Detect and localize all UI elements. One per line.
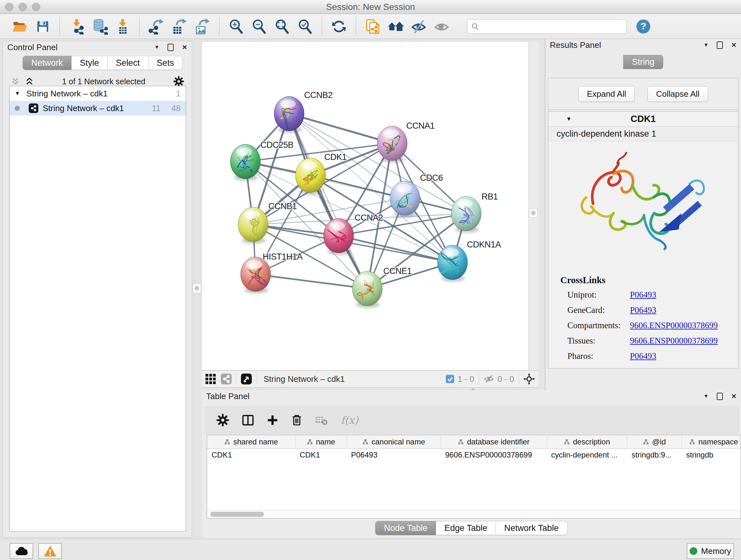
search-input[interactable]	[482, 22, 623, 31]
export-image-button[interactable]	[194, 18, 211, 35]
network-view-canvas[interactable]: CCNB2CCNA1CDC25BCDK1CDC6RB1CCNB1CCNA2CDK…	[202, 42, 529, 370]
tab-network[interactable]: Network	[23, 56, 71, 70]
float-panel-icon[interactable]: ▼	[703, 43, 709, 48]
close-panel-icon[interactable]: ✕	[182, 44, 187, 51]
network-search-box[interactable]	[467, 19, 627, 34]
export-table-button[interactable]	[171, 18, 188, 35]
column-header-namespace[interactable]: namespace	[682, 435, 741, 448]
import-network-button[interactable]	[68, 18, 85, 35]
import-network-from-database-button[interactable]	[91, 18, 108, 35]
show-hidden-button[interactable]	[433, 18, 450, 35]
crosslink-link[interactable]: P06493	[630, 351, 657, 361]
node-CCNB2[interactable]	[274, 97, 304, 133]
help-icon: ?	[635, 18, 651, 35]
close-panel-icon[interactable]: ✕	[731, 42, 737, 48]
birds-eye-grid-icon[interactable]	[205, 374, 216, 384]
table-options-gear-icon[interactable]	[216, 414, 229, 427]
network-row[interactable]: String Network – cdk1 11 48	[10, 101, 186, 116]
crosslink-link[interactable]: P06493	[630, 305, 657, 315]
column-header-canonical-name[interactable]: canonical name	[347, 435, 441, 448]
cloud-services-button[interactable]	[10, 543, 33, 559]
column-header--id[interactable]: @id	[627, 435, 682, 448]
undock-panel-icon[interactable]	[167, 44, 174, 51]
node-HIST1H1A[interactable]	[241, 257, 271, 294]
edge-CCNB2-CCNA1[interactable]	[289, 114, 392, 143]
table-cell[interactable]: CDK1	[295, 449, 347, 462]
network-options-gear-icon[interactable]	[173, 76, 184, 87]
network-share-badge-icon[interactable]	[221, 374, 232, 384]
show-columns-icon[interactable]	[242, 414, 254, 426]
close-panel-icon[interactable]: ✕	[731, 393, 737, 399]
table-cell[interactable]: P06493	[347, 449, 441, 462]
memory-status-button[interactable]: Memory	[687, 543, 734, 559]
collection-row[interactable]: ▼ String Network – cdk1 1	[10, 86, 186, 101]
open-in-new-window-icon[interactable]	[241, 374, 252, 384]
tab-select[interactable]: Select	[108, 56, 148, 70]
table-cell[interactable]: stringdb	[682, 449, 741, 462]
node-CDK1[interactable]	[295, 158, 326, 194]
crosslink-link[interactable]: 9606.ENSP00000378699	[630, 320, 718, 330]
table-cell[interactable]: stringdb:9...	[627, 449, 682, 462]
column-header-description[interactable]: description	[547, 435, 627, 448]
help-button[interactable]: ?	[635, 18, 652, 35]
table-horizontal-scrollbar[interactable]	[207, 510, 741, 518]
float-panel-icon[interactable]: ▼	[154, 45, 159, 50]
collapse-all-button[interactable]: Collapse All	[648, 86, 708, 102]
table-cell[interactable]: 9606.ENSP00000378699	[441, 449, 547, 462]
node-RB1[interactable]	[451, 196, 481, 233]
right-splitter-handle[interactable]	[529, 208, 537, 218]
fit-content-crosshair-icon[interactable]	[523, 373, 535, 385]
hidden-eye-icon[interactable]	[483, 374, 494, 384]
show-all-networks-button[interactable]	[387, 18, 404, 35]
tab-string[interactable]: String	[623, 55, 663, 69]
zoom-fit-button[interactable]	[274, 18, 290, 35]
tab-style[interactable]: Style	[71, 56, 108, 70]
crosslink-link[interactable]: 9606.ENSP00000378699	[630, 336, 718, 346]
collapse-all-chevrons-icon[interactable]	[24, 77, 34, 86]
open-session-button[interactable]	[11, 18, 28, 35]
refresh-view-button[interactable]	[331, 18, 347, 35]
zoom-in-button[interactable]	[228, 18, 245, 35]
edge-CCNB2-CCNE1[interactable]	[289, 114, 367, 289]
table-row[interactable]: CDK1CDK1P064939606.ENSP00000378699cyclin…	[207, 449, 741, 462]
warnings-button[interactable]	[38, 543, 62, 559]
float-panel-icon[interactable]: ▼	[703, 394, 709, 399]
expand-all-button[interactable]: Expand All	[578, 86, 635, 102]
network-selected-status: 1 of 1 Network selected	[34, 77, 173, 86]
table-cell[interactable]: cyclin-dependent ...	[547, 449, 627, 462]
column-header-name[interactable]: name	[295, 435, 347, 448]
table-cell[interactable]: CDK1	[207, 449, 295, 462]
delete-column-icon[interactable]	[291, 414, 302, 426]
node-CDKN1A[interactable]	[437, 245, 468, 282]
crosslink-link[interactable]: P06493	[630, 290, 657, 300]
tab-node-table[interactable]: Node Table	[375, 521, 436, 535]
clone-network-button[interactable]	[364, 18, 381, 35]
import-table-button[interactable]	[114, 18, 131, 35]
node-CCNA2[interactable]	[324, 219, 354, 255]
left-splitter-handle[interactable]	[193, 284, 201, 293]
table-panel: Table Panel ▼ ✕	[202, 390, 741, 538]
tab-edge-table[interactable]: Edge Table	[436, 521, 496, 535]
hide-selected-button[interactable]	[410, 18, 427, 35]
edge-HIST1H1A-CCNE1[interactable]	[256, 274, 367, 289]
tab-network-table[interactable]: Network Table	[496, 521, 567, 535]
selected-checkbox-icon[interactable]	[446, 374, 455, 383]
node-CCNB1[interactable]	[238, 207, 268, 244]
column-header-database-identifier[interactable]: database identifier	[441, 435, 547, 448]
cdk1-section-header[interactable]: ▼ CDK1	[548, 111, 738, 127]
scrollbar-thumb[interactable]	[210, 512, 264, 517]
undock-panel-icon[interactable]	[717, 42, 723, 49]
node-CCNA1[interactable]	[377, 126, 407, 163]
export-network-button[interactable]	[148, 18, 165, 35]
undock-panel-icon[interactable]	[717, 393, 723, 400]
zoom-selected-button[interactable]	[297, 18, 313, 35]
add-column-icon[interactable]	[267, 415, 278, 426]
column-header-shared-name[interactable]: shared name	[207, 435, 295, 448]
expand-all-chevrons-icon[interactable]	[10, 77, 20, 86]
tab-sets[interactable]: Sets	[148, 56, 183, 70]
collection-expand-icon[interactable]: ▼	[15, 90, 20, 97]
save-session-button[interactable]	[35, 18, 51, 35]
node-CCNE1[interactable]	[352, 271, 382, 308]
zoom-out-button[interactable]	[251, 18, 267, 35]
node-CDC25B[interactable]	[230, 144, 260, 181]
